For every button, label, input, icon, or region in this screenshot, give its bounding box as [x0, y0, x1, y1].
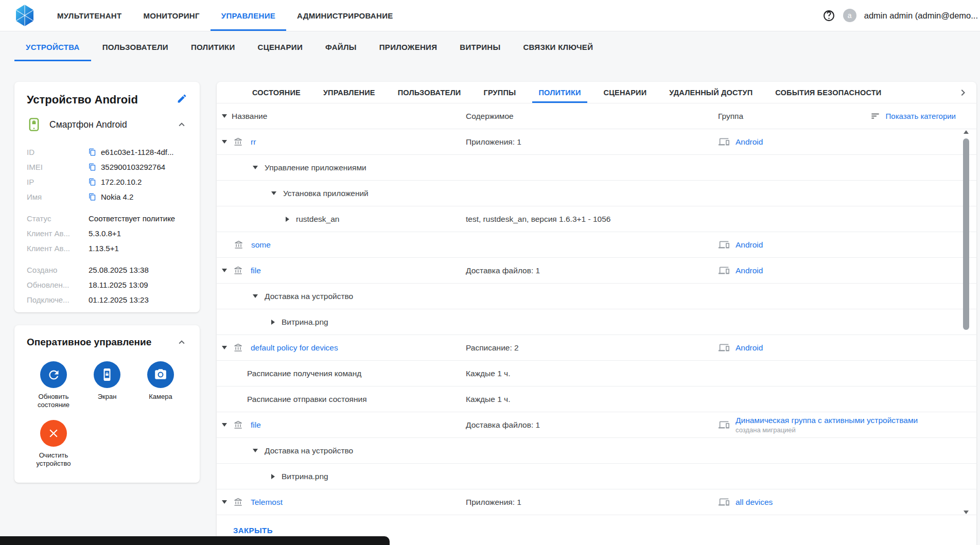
- table-row[interactable]: Доставка на устройство: [217, 284, 976, 309]
- group-link[interactable]: Android: [736, 240, 763, 250]
- group-link[interactable]: Динамическая группа с активными устройст…: [736, 416, 918, 425]
- subnav-tab-devices[interactable]: УСТРОЙСТВА: [14, 31, 91, 62]
- collapse-arrow-icon[interactable]: [222, 269, 227, 272]
- screen-lock-icon[interactable]: [94, 361, 120, 388]
- action-screen[interactable]: Экран: [80, 361, 134, 410]
- quick-actions-title: Оперативное управление: [27, 337, 151, 348]
- collapse-arrow-icon[interactable]: [222, 140, 227, 144]
- help-icon[interactable]: [822, 9, 835, 22]
- subnav-tab-users[interactable]: ПОЛЬЗОВАТЕЛИ: [91, 31, 180, 62]
- copy-icon[interactable]: [89, 148, 96, 156]
- policy-name-link[interactable]: file: [251, 420, 261, 430]
- nav-multitenant[interactable]: МУЛЬТИТЕНАНТ: [46, 0, 132, 31]
- user-label[interactable]: admin admin (admin@demo...: [864, 11, 978, 21]
- table-row[interactable]: rustdesk_antest, rustdesk_an, версия 1.6…: [217, 206, 976, 232]
- row-group-cell: all devices: [718, 497, 976, 507]
- tabs-scroll-right-icon[interactable]: [957, 86, 969, 99]
- row-label: Расписание отправки состояния: [247, 395, 367, 404]
- group-link[interactable]: Android: [736, 343, 763, 353]
- expand-arrow-icon[interactable]: [286, 217, 289, 222]
- avatar[interactable]: a: [843, 9, 856, 22]
- field-row-ip: IP 172.20.10.2: [27, 174, 187, 189]
- scroll-down-icon[interactable]: [964, 511, 969, 514]
- table-row[interactable]: Установка приложений: [217, 181, 976, 206]
- row-content: Приложения: 1: [466, 137, 718, 147]
- table-row[interactable]: fileДоставка файлов: 1Android: [217, 258, 976, 284]
- table-row[interactable]: Доставка на устройство: [217, 438, 976, 464]
- column-header-name[interactable]: Название: [232, 112, 267, 121]
- copy-icon[interactable]: [89, 193, 96, 201]
- tab-security-events[interactable]: СОБЫТИЯ БЕЗОПАСНОСТИ: [764, 82, 892, 103]
- group-link[interactable]: Android: [736, 137, 763, 147]
- tab-management[interactable]: УПРАВЛЕНИЕ: [312, 82, 387, 103]
- edit-icon[interactable]: [177, 93, 187, 104]
- table-row[interactable]: TelemostПриложения: 1all devices: [217, 489, 976, 515]
- collapse-arrow-icon[interactable]: [253, 449, 258, 452]
- refresh-icon[interactable]: [40, 361, 67, 388]
- scroll-up-icon[interactable]: [964, 130, 969, 134]
- subnav-tab-key-bundles[interactable]: СВЯЗКИ КЛЮЧЕЙ: [512, 31, 604, 62]
- table-row[interactable]: Витрина.png: [217, 309, 976, 335]
- table-row[interactable]: Расписание отправки состоянияКаждые 1 ч.: [217, 386, 976, 412]
- nav-administration[interactable]: АДМИНИСТРИРОВАНИЕ: [286, 0, 404, 31]
- detail-tabs: СОСТОЯНИЕ УПРАВЛЕНИЕ ПОЛЬЗОВАТЕЛИ ГРУППЫ…: [217, 82, 976, 103]
- sort-lines-icon: [870, 111, 880, 121]
- scrollbar-thumb[interactable]: [963, 138, 969, 330]
- subnav-tab-files[interactable]: ФАЙЛЫ: [314, 31, 368, 62]
- device-type-label: Смартфон Android: [49, 119, 127, 130]
- tab-scenarios[interactable]: СЦЕНАРИИ: [592, 82, 658, 103]
- tab-groups[interactable]: ГРУППЫ: [472, 82, 528, 103]
- policy-name-link[interactable]: Telemost: [251, 498, 283, 507]
- row-content: test, rustdesk_an, версия 1.6.3+1 - 1056: [466, 215, 718, 224]
- collapse-arrow-icon[interactable]: [222, 423, 227, 427]
- action-wipe-device[interactable]: Очистить устройство: [27, 420, 80, 468]
- policy-name-link[interactable]: some: [251, 240, 271, 250]
- nav-monitoring[interactable]: МОНИТОРИНГ: [132, 0, 210, 31]
- camera-icon[interactable]: [147, 361, 174, 388]
- collapse-arrow-icon[interactable]: [222, 346, 227, 349]
- subnav-tab-policies[interactable]: ПОЛИТИКИ: [180, 31, 247, 62]
- nav-management[interactable]: УПРАВЛЕНИЕ: [211, 0, 286, 31]
- copy-icon[interactable]: [89, 163, 96, 171]
- table-row[interactable]: fileДоставка файлов: 1Динамическая групп…: [217, 412, 976, 438]
- chevron-up-icon[interactable]: [176, 119, 187, 130]
- table-row[interactable]: Расписание получения командКаждые 1 ч.: [217, 361, 976, 386]
- sort-arrow-icon[interactable]: [222, 114, 227, 118]
- subnav-tab-applications[interactable]: ПРИЛОЖЕНИЯ: [368, 31, 449, 62]
- group-link[interactable]: Android: [736, 266, 763, 275]
- table-row[interactable]: rrПриложения: 1Android: [217, 129, 976, 155]
- action-refresh-state[interactable]: Обновить состояние: [27, 361, 80, 410]
- policy-name-link[interactable]: rr: [251, 137, 256, 147]
- collapse-arrow-icon[interactable]: [253, 294, 258, 298]
- action-camera[interactable]: Камера: [134, 361, 187, 410]
- show-categories-button[interactable]: Показать категории: [870, 111, 956, 121]
- tab-remote-access[interactable]: УДАЛЕННЫЙ ДОСТУП: [658, 82, 764, 103]
- chevron-up-icon[interactable]: [176, 337, 187, 348]
- subnav-tab-scenarios[interactable]: СЦЕНАРИИ: [247, 31, 314, 62]
- device-detail-panel: СОСТОЯНИЕ УПРАВЛЕНИЕ ПОЛЬЗОВАТЕЛИ ГРУППЫ…: [217, 82, 976, 545]
- subnav-tab-showcases[interactable]: ВИТРИНЫ: [448, 31, 512, 62]
- section-nav: УСТРОЙСТВА ПОЛЬЗОВАТЕЛИ ПОЛИТИКИ СЦЕНАРИ…: [14, 31, 604, 62]
- policy-name-link[interactable]: default policy for devices: [251, 343, 338, 353]
- expand-arrow-icon[interactable]: [271, 320, 275, 325]
- collapse-arrow-icon[interactable]: [271, 191, 276, 195]
- table-row[interactable]: Управление приложениями: [217, 155, 976, 181]
- row-group-cell: Динамическая группа с активными устройст…: [718, 416, 976, 434]
- table-scrollbar[interactable]: [963, 130, 969, 514]
- table-row[interactable]: Витрина.png: [217, 464, 976, 489]
- group-link[interactable]: all devices: [736, 498, 773, 507]
- policy-name-link[interactable]: file: [251, 266, 261, 275]
- field-label: Создано: [27, 266, 89, 274]
- tab-users[interactable]: ПОЛЬЗОВАТЕЛИ: [387, 82, 472, 103]
- close-icon[interactable]: [40, 420, 67, 447]
- table-row[interactable]: someAndroid: [217, 232, 976, 258]
- tab-policies[interactable]: ПОЛИТИКИ: [527, 82, 592, 103]
- collapse-arrow-icon[interactable]: [222, 500, 227, 504]
- status-value: Соответствует политике: [89, 214, 175, 223]
- collapse-arrow-icon[interactable]: [253, 166, 258, 169]
- table-row[interactable]: default policy for devicesРасписание: 2A…: [217, 335, 976, 361]
- copy-icon[interactable]: [89, 178, 96, 186]
- expand-arrow-icon[interactable]: [271, 474, 275, 479]
- tab-state[interactable]: СОСТОЯНИЕ: [241, 82, 312, 103]
- close-button[interactable]: ЗАКРЫТЬ: [233, 526, 273, 535]
